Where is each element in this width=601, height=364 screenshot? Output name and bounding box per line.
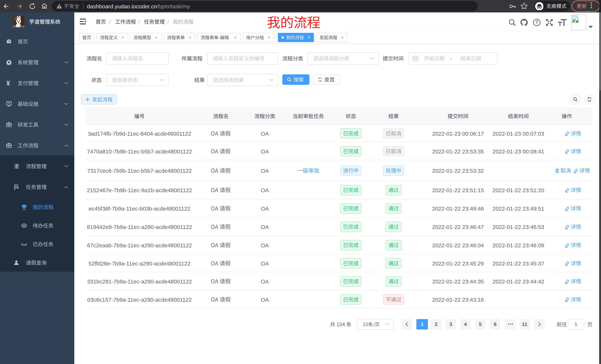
svg-text:?: ?: [535, 20, 538, 25]
